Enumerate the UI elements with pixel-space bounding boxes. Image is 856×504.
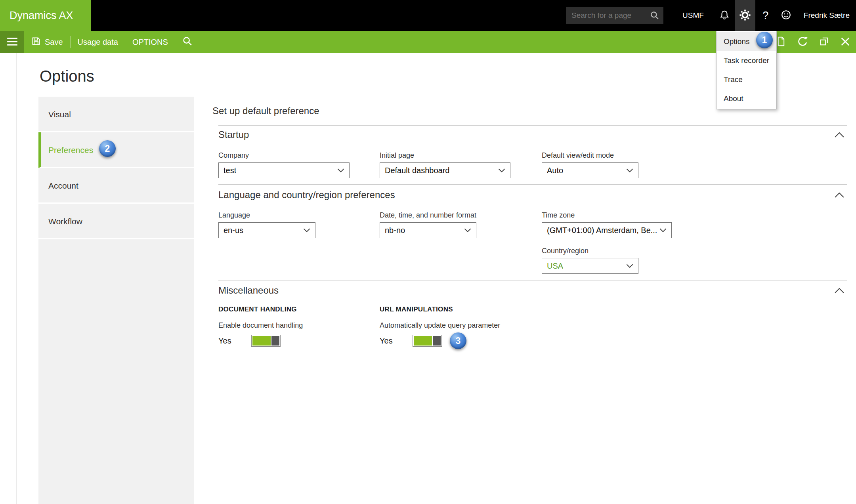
country-region-value: USA: [547, 262, 563, 271]
language-section-title: Language and country/region preferences: [218, 189, 395, 200]
chevron-down-icon: [464, 227, 471, 234]
document-handling-toggle-value: Yes: [218, 335, 231, 347]
initial-page-label: Initial page: [380, 151, 414, 160]
search-icon: [182, 36, 193, 48]
notifications-button[interactable]: [714, 0, 735, 31]
chevron-up-icon: [835, 132, 844, 139]
help-button[interactable]: ?: [755, 0, 776, 31]
enable-document-handling-toggle[interactable]: [251, 335, 281, 347]
date-format-combobox[interactable]: nb-no: [380, 222, 476, 238]
auto-update-query-toggle[interactable]: [413, 335, 442, 347]
initial-page-value: Default dashboard: [385, 166, 449, 175]
startup-section-title: Startup: [218, 129, 249, 140]
options-menu-button[interactable]: OPTIONS: [125, 31, 175, 53]
toggle-track: [414, 336, 432, 346]
company-combobox[interactable]: test: [218, 162, 350, 178]
appbar-right: [770, 31, 856, 53]
page-title: Options: [40, 67, 94, 85]
document-handling-group-header: DOCUMENT HANDLING: [218, 305, 297, 313]
save-button[interactable]: Save: [24, 31, 70, 53]
feedback-button[interactable]: [776, 0, 797, 31]
user-menu[interactable]: Fredrik Sætre: [797, 0, 856, 31]
hamburger-icon: [7, 37, 18, 47]
options-tab-list: Visual Preferences Account Workflow: [38, 97, 194, 504]
search-icon: [650, 11, 659, 20]
page-search-box[interactable]: [566, 7, 663, 24]
time-zone-label: Time zone: [542, 211, 575, 220]
settings-button[interactable]: [735, 0, 755, 31]
toggle-track: [252, 336, 271, 346]
menu-item-task-recorder[interactable]: Task recorder: [717, 51, 776, 70]
menu-item-about[interactable]: About: [717, 89, 776, 108]
date-format-value: nb-no: [385, 226, 405, 235]
refresh-icon: [797, 36, 808, 48]
dynamics-ax-window: Dynamics AX USMF ?: [0, 0, 856, 504]
gear-icon: [739, 9, 751, 22]
auto-update-query-toggle-value: Yes: [380, 335, 393, 347]
chevron-up-icon: [835, 193, 844, 199]
refresh-button[interactable]: [792, 31, 813, 53]
auto-update-query-label: Automatically update query parameter: [380, 321, 500, 330]
chevron-down-icon: [498, 167, 505, 174]
menu-item-trace[interactable]: Trace: [717, 70, 776, 89]
initial-page-combobox[interactable]: Default dashboard: [380, 162, 510, 178]
sidebar-item-visual[interactable]: Visual: [38, 97, 194, 132]
hamburger-menu-button[interactable]: [0, 31, 24, 53]
language-combobox[interactable]: en-us: [218, 222, 315, 238]
date-format-label: Date, time, and number format: [380, 211, 476, 220]
company-picker[interactable]: USMF: [672, 0, 714, 31]
language-label: Language: [218, 211, 250, 220]
topbar-right: USMF ? Fredrik Sætre: [566, 0, 856, 31]
appbar-search-button[interactable]: [175, 31, 200, 53]
sidebar-item-workflow[interactable]: Workflow: [38, 204, 194, 239]
content-heading: Set up default preference: [212, 105, 319, 116]
misc-collapse-button[interactable]: [833, 286, 846, 296]
chevron-down-icon: [337, 167, 344, 174]
chevron-down-icon: [659, 227, 667, 234]
section-divider: [218, 281, 847, 281]
annotation-badge-2: 2: [99, 140, 116, 157]
brand-logo[interactable]: Dynamics AX: [0, 0, 91, 31]
chevron-down-icon: [626, 262, 633, 269]
save-label: Save: [45, 38, 63, 47]
office-document-icon: [776, 36, 786, 48]
language-value: en-us: [224, 226, 243, 235]
sidebar-item-preferences[interactable]: Preferences: [38, 132, 194, 168]
misc-section-title: Miscellaneous: [218, 285, 279, 296]
company-label: Company: [218, 151, 249, 160]
help-icon: ?: [762, 10, 768, 21]
open-new-window-button[interactable]: [813, 31, 835, 53]
chevron-down-icon: [626, 167, 633, 174]
topbar: Dynamics AX USMF ?: [0, 0, 856, 31]
section-divider: [218, 184, 847, 185]
close-icon: [841, 37, 850, 48]
default-view-edit-mode-value: Auto: [547, 166, 563, 175]
url-manipulations-group-header: URL MANIPULATIONS: [380, 305, 453, 313]
close-button[interactable]: [835, 31, 856, 53]
toggle-knob: [433, 336, 441, 346]
sidebar-item-account[interactable]: Account: [38, 168, 194, 204]
enable-document-handling-label: Enable document handling: [218, 321, 303, 330]
default-view-edit-mode-combobox[interactable]: Auto: [542, 162, 638, 178]
page-search-input[interactable]: [566, 11, 650, 20]
default-view-edit-mode-label: Default view/edit mode: [542, 151, 614, 160]
section-divider: [218, 125, 847, 126]
preferences-content: Set up default preference Startup Compan…: [212, 53, 848, 504]
annotation-badge-1: 1: [756, 32, 773, 48]
chevron-down-icon: [303, 227, 310, 234]
startup-collapse-button[interactable]: [833, 131, 846, 140]
smiley-icon: [781, 10, 791, 21]
chevron-up-icon: [835, 288, 844, 294]
save-icon: [31, 36, 41, 48]
collapsed-nav-rail[interactable]: [0, 53, 17, 504]
toggle-knob: [271, 336, 279, 346]
popout-window-icon: [819, 36, 829, 48]
country-region-label: Country/region: [542, 247, 588, 255]
annotation-badge-3: 3: [450, 332, 466, 349]
country-region-combobox[interactable]: USA: [542, 258, 638, 274]
usage-data-button[interactable]: Usage data: [71, 31, 125, 53]
language-collapse-button[interactable]: [833, 191, 846, 200]
bell-icon: [719, 10, 730, 21]
time-zone-combobox[interactable]: (GMT+01:00) Amsterdam, Be...: [542, 222, 672, 238]
company-value: test: [224, 166, 236, 175]
